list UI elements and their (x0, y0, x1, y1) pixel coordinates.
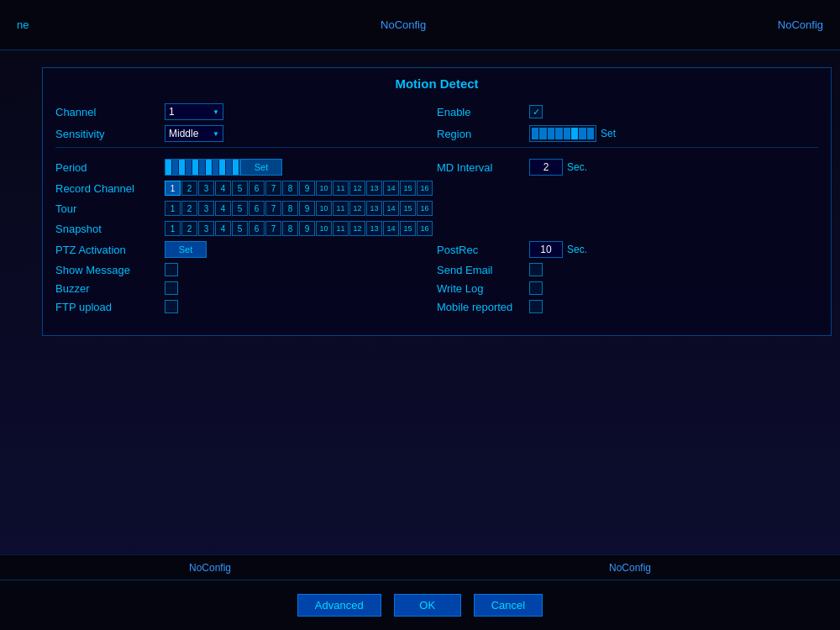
channel-num-12[interactable]: 12 (349, 181, 365, 196)
channel-num-4[interactable]: 4 (215, 201, 231, 216)
main-content: Motion Detect Channel 1 ▼ Enable Sensiti… (0, 50, 840, 580)
channel-num-3[interactable]: 3 (198, 221, 214, 236)
rb8 (587, 128, 594, 139)
rb4 (555, 128, 562, 139)
channel-num-5[interactable]: 5 (232, 221, 248, 236)
enable-col: Enable (437, 105, 818, 118)
period-set-button[interactable]: Set (240, 159, 282, 176)
mobile-reported-checkbox[interactable] (529, 300, 543, 313)
channel-num-14[interactable]: 14 (383, 221, 399, 236)
rb2 (539, 128, 546, 139)
rb3 (548, 128, 554, 139)
channel-num-10[interactable]: 10 (316, 181, 332, 196)
cancel-button[interactable]: Cancel (474, 594, 543, 617)
pb2 (172, 160, 179, 175)
ok-button[interactable]: OK (394, 594, 461, 617)
channel-num-9[interactable]: 9 (299, 221, 315, 236)
channel-num-14[interactable]: 14 (383, 201, 399, 216)
channel-num-6[interactable]: 6 (249, 221, 265, 236)
channel-num-14[interactable]: 14 (383, 181, 399, 196)
channel-dropdown[interactable]: 1 ▼ (165, 103, 223, 120)
channel-num-15[interactable]: 15 (400, 221, 416, 236)
channel-num-8[interactable]: 8 (282, 201, 298, 216)
pb7 (206, 160, 213, 175)
channel-num-1[interactable]: 1 (165, 201, 181, 216)
pb5 (192, 160, 199, 175)
ftp-mobile-row: FTP upload Mobile reported (55, 300, 818, 313)
channel-num-11[interactable]: 11 (333, 221, 349, 236)
ftp-upload-checkbox[interactable] (165, 300, 178, 313)
channel-num-12[interactable]: 12 (349, 201, 365, 216)
channel-num-13[interactable]: 13 (366, 181, 382, 196)
buzzer-checkbox[interactable] (165, 281, 178, 295)
channel-num-4[interactable]: 4 (215, 181, 231, 196)
buzzer-label: Buzzer (55, 282, 165, 295)
channel-num-2[interactable]: 2 (181, 181, 197, 196)
channel-num-2[interactable]: 2 (181, 201, 197, 216)
postrec-unit: Sec. (567, 244, 587, 255)
send-email-label: Send Email (437, 264, 521, 276)
channel-num-10[interactable]: 10 (316, 201, 332, 216)
channel-num-2[interactable]: 2 (181, 221, 197, 236)
channel-num-13[interactable]: 13 (366, 201, 382, 216)
show-message-label: Show Message (55, 264, 165, 276)
channel-num-10[interactable]: 10 (316, 221, 332, 236)
channel-num-5[interactable]: 5 (232, 181, 248, 196)
sensitivity-col: Sensitivity Middle ▼ (55, 125, 437, 142)
channel-num-1[interactable]: 1 (165, 181, 181, 196)
channel-num-9[interactable]: 9 (299, 201, 315, 216)
region-set-btn[interactable]: Set (601, 128, 616, 139)
channel-num-16[interactable]: 16 (417, 221, 433, 236)
channel-num-3[interactable]: 3 (198, 201, 214, 216)
snapshot-channel-grid: 12345678910111213141516 (165, 221, 433, 236)
md-interval-input[interactable] (529, 159, 563, 176)
top-bar-center: NoConfig (381, 18, 426, 31)
pb10 (226, 160, 233, 175)
send-email-checkbox[interactable] (529, 263, 543, 276)
write-log-label: Write Log (437, 282, 521, 295)
channel-num-4[interactable]: 4 (215, 221, 231, 236)
sensitivity-dropdown[interactable]: Middle ▼ (165, 125, 223, 142)
channel-num-3[interactable]: 3 (198, 181, 214, 196)
channel-num-16[interactable]: 16 (417, 181, 433, 196)
mobile-reported-col: Mobile reported (437, 300, 818, 313)
postrec-input[interactable] (529, 241, 563, 258)
channel-dropdown-arrow: ▼ (213, 108, 219, 116)
enable-checkbox[interactable] (529, 105, 543, 118)
md-interval-unit: Sec. (567, 161, 587, 173)
period-col: Period Se (55, 159, 437, 176)
channel-num-8[interactable]: 8 (282, 221, 298, 236)
enable-label: Enable (437, 106, 521, 118)
rb5 (564, 128, 570, 139)
channel-num-6[interactable]: 6 (249, 201, 265, 216)
show-message-col: Show Message (55, 263, 437, 276)
channel-num-7[interactable]: 7 (265, 201, 281, 216)
channel-num-6[interactable]: 6 (249, 181, 265, 196)
channel-num-11[interactable]: 11 (333, 201, 349, 216)
channel-num-13[interactable]: 13 (366, 221, 382, 236)
tour-channel-grid: 12345678910111213141516 (165, 201, 433, 216)
channel-num-5[interactable]: 5 (232, 201, 248, 216)
channel-num-11[interactable]: 11 (333, 181, 349, 196)
mobile-reported-label: Mobile reported (437, 301, 521, 313)
tour-row: Tour 12345678910111213141516 (55, 201, 818, 216)
channel-enable-row: Channel 1 ▼ Enable (55, 103, 818, 120)
channel-num-9[interactable]: 9 (299, 181, 315, 196)
channel-num-1[interactable]: 1 (165, 221, 181, 236)
dialog-title: Motion Detect (55, 76, 818, 91)
channel-num-7[interactable]: 7 (265, 181, 281, 196)
section-divider-1 (55, 147, 818, 155)
channel-num-16[interactable]: 16 (417, 201, 433, 216)
channel-num-15[interactable]: 15 (400, 201, 416, 216)
channel-num-15[interactable]: 15 (400, 181, 416, 196)
channel-num-8[interactable]: 8 (282, 181, 298, 196)
advanced-button[interactable]: Advanced (297, 594, 381, 617)
rb1 (532, 128, 538, 139)
snapshot-row: Snapshot 12345678910111213141516 (55, 221, 818, 236)
write-log-checkbox[interactable] (529, 281, 543, 295)
channel-num-12[interactable]: 12 (349, 221, 365, 236)
ptz-set-button[interactable]: Set (165, 241, 207, 258)
pb3 (179, 160, 186, 175)
show-message-checkbox[interactable] (165, 263, 178, 276)
channel-num-7[interactable]: 7 (265, 221, 281, 236)
